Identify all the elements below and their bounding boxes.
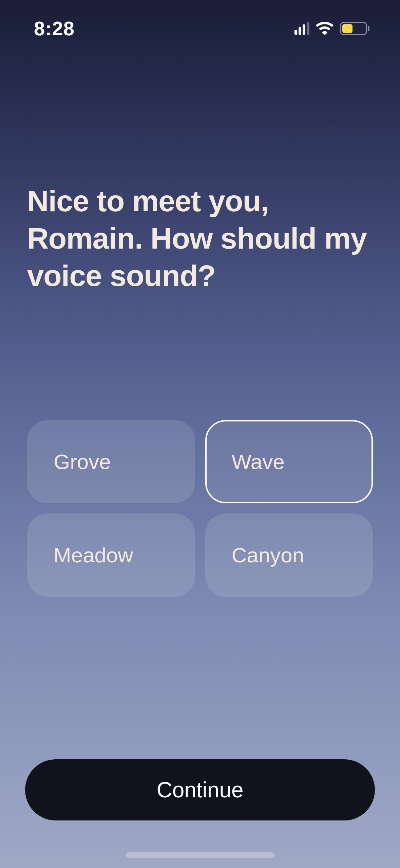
cellular-icon: [294, 22, 309, 35]
voice-option-label: Canyon: [232, 543, 304, 567]
voice-option-canyon[interactable]: Canyon: [205, 513, 373, 597]
status-icons: [294, 21, 369, 36]
voice-option-label: Wave: [232, 450, 285, 474]
voice-option-meadow[interactable]: Meadow: [27, 513, 195, 597]
page-heading: Nice to meet you, Romain. How should my …: [27, 182, 373, 294]
voice-option-label: Grove: [54, 450, 111, 474]
voice-option-grove[interactable]: Grove: [27, 420, 195, 503]
continue-button-label: Continue: [156, 777, 243, 802]
status-bar: 8:28: [0, 0, 400, 47]
main-content: Nice to meet you, Romain. How should my …: [0, 47, 400, 597]
wifi-icon: [316, 21, 334, 36]
home-indicator[interactable]: [126, 852, 275, 858]
status-time: 8:28: [34, 17, 75, 40]
battery-icon: [340, 22, 369, 35]
continue-button[interactable]: Continue: [25, 759, 375, 820]
voice-option-wave[interactable]: Wave: [205, 420, 373, 503]
voice-options-grid: Grove Wave Meadow Canyon: [27, 420, 373, 597]
voice-option-label: Meadow: [54, 543, 133, 567]
